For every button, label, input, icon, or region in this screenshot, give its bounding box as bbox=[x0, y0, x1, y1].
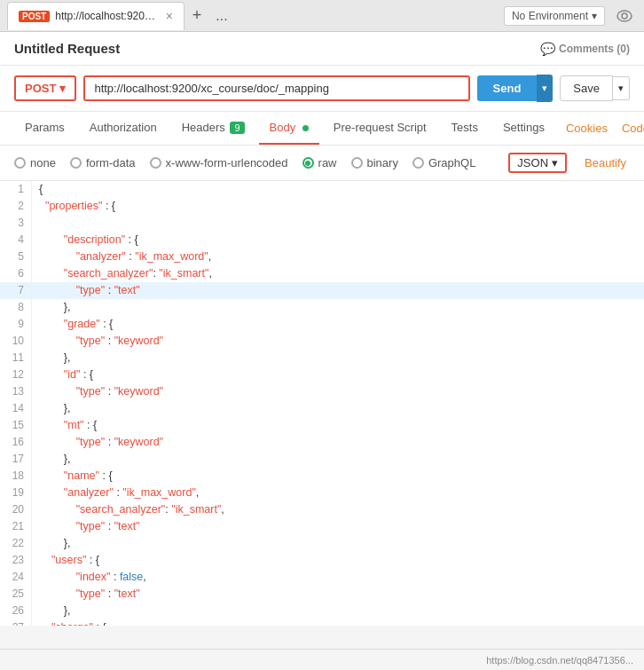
code-line: 13 "type" : "keyword" bbox=[0, 383, 644, 400]
tab-pre-request[interactable]: Pre-request Script bbox=[323, 112, 437, 145]
radio-urlencoded-circle bbox=[150, 157, 161, 169]
line-number: 12 bbox=[0, 367, 32, 383]
tab-authorization[interactable]: Authorization bbox=[79, 112, 168, 145]
code-line: 25 "type" : "text" bbox=[0, 586, 644, 603]
line-content: "search_analyzer": "ik_smart", bbox=[32, 501, 224, 518]
method-chevron-icon: ▾ bbox=[59, 82, 66, 95]
line-content: }, bbox=[32, 299, 70, 316]
code-line: 22 }, bbox=[0, 535, 644, 552]
code-line: 20 "search_analyzer": "ik_smart", bbox=[0, 501, 644, 518]
request-title: Untitled Request bbox=[14, 41, 120, 56]
code-line: 9 "grade" : { bbox=[0, 316, 644, 333]
tab-params[interactable]: Params bbox=[14, 112, 75, 145]
line-number: 4 bbox=[0, 232, 32, 248]
line-content: "type" : "keyword" bbox=[32, 333, 163, 350]
line-number: 17 bbox=[0, 451, 32, 468]
url-input[interactable] bbox=[85, 77, 467, 99]
line-content: "type" : "text" bbox=[32, 282, 140, 299]
env-chevron-icon: ▾ bbox=[592, 10, 597, 22]
line-content bbox=[32, 215, 39, 232]
code-line: 23 "users" : { bbox=[0, 552, 644, 569]
code-line: 17 }, bbox=[0, 451, 644, 468]
line-content: "grade" : { bbox=[32, 316, 113, 333]
tab-body[interactable]: Body bbox=[259, 112, 319, 145]
request-title-bar: Untitled Request 💬 Comments (0) bbox=[0, 32, 644, 66]
format-selector[interactable]: JSON ▾ bbox=[508, 153, 567, 173]
send-button-group: Send ▾ bbox=[477, 75, 554, 102]
radio-raw-circle bbox=[302, 157, 314, 169]
code-line: 12 "id" : { bbox=[0, 367, 644, 383]
line-content: { bbox=[32, 181, 43, 198]
line-number: 16 bbox=[0, 434, 32, 451]
code-line: 2 "properties" : { bbox=[0, 198, 644, 215]
comments-button[interactable]: 💬 Comments (0) bbox=[540, 42, 630, 56]
line-number: 18 bbox=[0, 468, 32, 485]
save-button[interactable]: Save bbox=[560, 75, 613, 101]
radio-none[interactable]: none bbox=[14, 156, 56, 169]
method-selector[interactable]: POST ▾ bbox=[14, 75, 76, 101]
radio-binary[interactable]: binary bbox=[351, 156, 398, 169]
line-content: }, bbox=[32, 350, 70, 367]
url-input-wrapper bbox=[83, 75, 469, 101]
radio-form-data[interactable]: form-data bbox=[70, 156, 136, 169]
line-number: 3 bbox=[0, 215, 32, 232]
code-line: 8 }, bbox=[0, 299, 644, 316]
new-tab-button[interactable]: + bbox=[185, 4, 209, 28]
line-number: 6 bbox=[0, 265, 32, 282]
tab-title: http://localhost:9200/xc_cours... bbox=[55, 10, 161, 22]
svg-point-1 bbox=[622, 13, 627, 19]
status-link[interactable]: https://blog.csdn.net/qq8471356... bbox=[486, 655, 633, 666]
line-content: "type" : "keyword" bbox=[32, 434, 163, 451]
line-number: 14 bbox=[0, 400, 32, 417]
send-button[interactable]: Send bbox=[477, 75, 538, 101]
body-subtabs: none form-data x-www-form-urlencoded raw… bbox=[0, 146, 644, 181]
radio-binary-circle bbox=[351, 157, 363, 169]
code-editor[interactable]: 1{2 "properties" : {34 "description" : {… bbox=[0, 181, 644, 626]
beautify-button[interactable]: Beautify bbox=[581, 154, 630, 171]
line-number: 15 bbox=[0, 417, 32, 434]
comments-label: Comments (0) bbox=[559, 43, 630, 55]
radio-graphql[interactable]: GraphQL bbox=[412, 156, 475, 169]
code-line: 21 "type" : "text" bbox=[0, 518, 644, 535]
radio-raw[interactable]: raw bbox=[302, 156, 337, 169]
format-label: JSON bbox=[517, 156, 548, 169]
radio-graphql-circle bbox=[412, 157, 424, 169]
save-dropdown-button[interactable]: ▾ bbox=[613, 76, 630, 100]
comment-icon: 💬 bbox=[540, 42, 555, 56]
cookies-link[interactable]: Cookies bbox=[559, 113, 615, 144]
format-chevron-icon: ▾ bbox=[552, 156, 558, 169]
browser-tab-bar: POST http://localhost:9200/xc_cours... ×… bbox=[0, 0, 644, 32]
tab-settings[interactable]: Settings bbox=[492, 112, 555, 145]
line-content: "mt" : { bbox=[32, 417, 97, 434]
eye-button[interactable] bbox=[612, 4, 637, 28]
radio-urlencoded[interactable]: x-www-form-urlencoded bbox=[150, 156, 288, 169]
line-content: "properties" : { bbox=[32, 198, 115, 215]
more-tabs-button[interactable]: ... bbox=[209, 4, 234, 28]
active-tab[interactable]: POST http://localhost:9200/xc_cours... × bbox=[7, 2, 185, 30]
line-number: 21 bbox=[0, 518, 32, 535]
line-content: "id" : { bbox=[32, 367, 93, 383]
method-label: POST bbox=[25, 82, 56, 95]
radio-graphql-label: GraphQL bbox=[428, 156, 475, 169]
environment-selector[interactable]: No Environment ▾ bbox=[504, 6, 605, 26]
tab-headers[interactable]: Headers 9 bbox=[171, 112, 255, 145]
code-line: 7 "type" : "text" bbox=[0, 282, 644, 299]
radio-form-data-circle bbox=[70, 157, 82, 169]
line-content: "analyzer" : "ik_max_word", bbox=[32, 485, 199, 501]
code-link[interactable]: Code bbox=[615, 113, 644, 144]
code-line: 4 "description" : { bbox=[0, 232, 644, 248]
code-line: 24 "index" : false, bbox=[0, 569, 644, 586]
code-line: 19 "analyzer" : "ik_max_word", bbox=[0, 485, 644, 501]
code-line: 1{ bbox=[0, 181, 644, 198]
line-content: "description" : { bbox=[32, 232, 138, 248]
line-number: 9 bbox=[0, 316, 32, 333]
send-dropdown-button[interactable]: ▾ bbox=[537, 75, 553, 102]
line-number: 2 bbox=[0, 198, 32, 215]
tab-close-icon[interactable]: × bbox=[166, 9, 173, 23]
radio-form-data-label: form-data bbox=[86, 156, 136, 169]
request-tabs-nav: Params Authorization Headers 9 Body Pre-… bbox=[0, 112, 644, 146]
save-button-group: Save ▾ bbox=[560, 75, 630, 101]
radio-urlencoded-label: x-www-form-urlencoded bbox=[166, 156, 288, 169]
code-line: 5 "analyzer" : "ik_max_word", bbox=[0, 248, 644, 265]
tab-tests[interactable]: Tests bbox=[441, 112, 489, 145]
